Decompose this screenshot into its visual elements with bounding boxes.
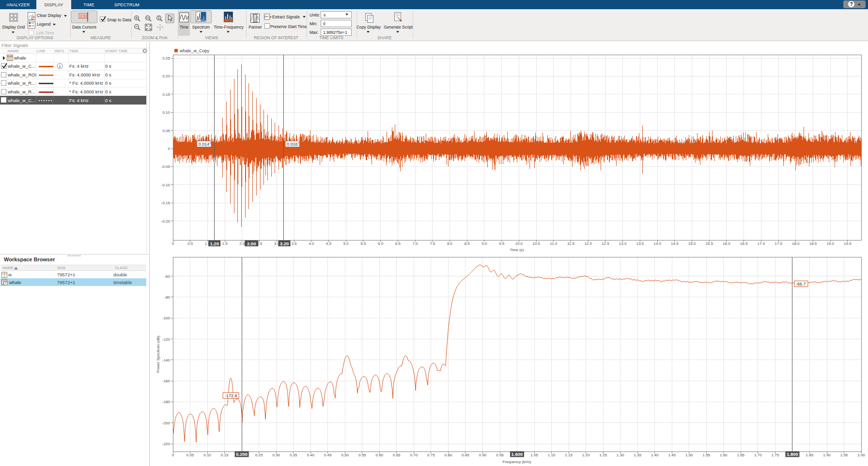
svg-text:0.05: 0.05: [162, 129, 170, 133]
svg-text:7.5: 7.5: [430, 241, 435, 246]
svg-text:12.5: 12.5: [602, 241, 609, 246]
svg-text:1.30: 1.30: [617, 453, 624, 457]
svg-text:2.5: 2.5: [80, 14, 86, 18]
svg-text:0.95: 0.95: [496, 453, 504, 457]
svg-text:19.0: 19.0: [826, 241, 834, 246]
svg-text:1.60: 1.60: [720, 453, 728, 457]
svg-text:8.0: 8.0: [447, 241, 453, 246]
svg-text:1.50: 1.50: [685, 453, 693, 457]
svg-text:-0.20: -0.20: [161, 219, 170, 224]
svg-text:0.50: 0.50: [341, 453, 349, 457]
svg-text:0: 0: [172, 241, 174, 246]
svg-text:0.80: 0.80: [445, 453, 452, 457]
svg-text:1.85: 1.85: [806, 453, 814, 457]
svg-text:0: 0: [172, 453, 174, 457]
svg-text:15.5: 15.5: [705, 241, 713, 246]
svg-text:1.70: 1.70: [754, 453, 762, 457]
svg-text:2.00: 2.00: [247, 241, 256, 246]
svg-text:3.20: 3.20: [280, 241, 289, 246]
svg-text:-120: -120: [162, 337, 170, 342]
svg-text:1.800: 1.800: [787, 451, 798, 457]
svg-text:13.0: 13.0: [619, 241, 627, 246]
svg-text:0.75: 0.75: [427, 453, 435, 457]
svg-text:0.60: 0.60: [376, 453, 384, 457]
svg-text:0.200: 0.200: [236, 451, 248, 457]
svg-text:6.0: 6.0: [378, 241, 384, 246]
svg-text:2.0: 2.0: [239, 241, 245, 246]
svg-text:0.35: 0.35: [290, 453, 297, 457]
svg-text:0.5: 0.5: [187, 241, 193, 246]
svg-text:1.35: 1.35: [634, 453, 641, 457]
svg-text:4.5: 4.5: [326, 241, 332, 246]
svg-text:-80: -80: [164, 295, 170, 300]
svg-text:-0.15: -0.15: [161, 201, 170, 205]
svg-text:-100: -100: [162, 316, 170, 320]
svg-text:1.75: 1.75: [772, 453, 779, 457]
svg-text:10.5: 10.5: [532, 241, 540, 246]
svg-text:-0.05: -0.05: [161, 165, 170, 169]
svg-text:5.0: 5.0: [343, 241, 349, 246]
svg-text:15.0: 15.0: [688, 241, 696, 246]
svg-text:0.25: 0.25: [162, 56, 170, 60]
svg-text:17.5: 17.5: [775, 241, 782, 246]
svg-text:19.5: 19.5: [844, 241, 852, 246]
svg-text:-160: -160: [162, 379, 170, 383]
svg-text:1.95: 1.95: [840, 453, 848, 457]
svg-text:7.0: 7.0: [412, 241, 418, 246]
svg-text:8.5: 8.5: [465, 241, 470, 246]
svg-text:1.25: 1.25: [599, 453, 607, 457]
svg-text:Time (s): Time (s): [510, 248, 524, 252]
svg-text:10.0: 10.0: [515, 241, 523, 246]
svg-text:9.0: 9.0: [481, 241, 487, 246]
svg-text:0.55: 0.55: [358, 453, 366, 457]
svg-text:-60: -60: [164, 274, 170, 279]
svg-text:-140: -140: [162, 358, 170, 362]
svg-text:5.5: 5.5: [360, 241, 366, 246]
svg-text:whale_w_Copy: whale_w_Copy: [179, 48, 210, 53]
svg-text:0: 0: [168, 147, 170, 151]
svg-text:0.45: 0.45: [324, 453, 332, 457]
svg-text:0.30: 0.30: [272, 453, 280, 457]
svg-text:0.15: 0.15: [221, 453, 229, 457]
svg-text:18.0: 18.0: [792, 241, 800, 246]
svg-text:1.65: 1.65: [737, 453, 745, 457]
svg-text:1.05: 1.05: [530, 453, 538, 457]
svg-text:14.0: 14.0: [653, 241, 661, 246]
svg-text:0.85: 0.85: [462, 453, 469, 457]
svg-text:-180: -180: [162, 400, 170, 404]
svg-text:18.5: 18.5: [809, 241, 817, 246]
svg-text:-172.8: -172.8: [225, 393, 237, 398]
svg-text:0.05: 0.05: [186, 453, 194, 457]
svg-text:13.5: 13.5: [636, 241, 644, 246]
svg-text:0.10: 0.10: [162, 110, 170, 115]
svg-text:0.20: 0.20: [162, 74, 170, 78]
svg-text:-220: -220: [162, 442, 170, 446]
svg-text:0.70: 0.70: [410, 453, 418, 457]
svg-text:0.40: 0.40: [307, 453, 314, 457]
svg-text:14.5: 14.5: [671, 241, 679, 246]
svg-text:0.65: 0.65: [393, 453, 401, 457]
svg-text:0.014*: 0.014*: [199, 142, 211, 147]
svg-text:6.5: 6.5: [395, 241, 401, 246]
svg-text:3.5: 3.5: [291, 241, 297, 246]
svg-text:Frequency (kHz): Frequency (kHz): [502, 460, 531, 464]
svg-text:0.90: 0.90: [479, 453, 487, 457]
svg-text:0.15: 0.15: [162, 92, 170, 97]
svg-text:16.5: 16.5: [740, 241, 748, 246]
svg-text:17.0: 17.0: [758, 241, 765, 246]
svg-text:-200: -200: [162, 421, 170, 425]
svg-text:1.5: 1.5: [222, 241, 228, 246]
svg-text:1.40: 1.40: [651, 453, 659, 457]
svg-text:1.15: 1.15: [565, 453, 573, 457]
svg-text:11.5: 11.5: [567, 241, 575, 246]
svg-text:1.20: 1.20: [210, 241, 219, 246]
svg-text:12.0: 12.0: [584, 241, 592, 246]
svg-text:11.0: 11.0: [550, 241, 558, 246]
svg-text:1.90: 1.90: [823, 453, 831, 457]
svg-text:9.5: 9.5: [499, 241, 505, 246]
svg-text:-0.10: -0.10: [161, 183, 170, 187]
svg-text:1.600: 1.600: [512, 451, 523, 457]
svg-text:1.45: 1.45: [668, 453, 676, 457]
svg-text:0.10: 0.10: [203, 453, 211, 457]
svg-text:0.016*: 0.016*: [287, 142, 299, 147]
